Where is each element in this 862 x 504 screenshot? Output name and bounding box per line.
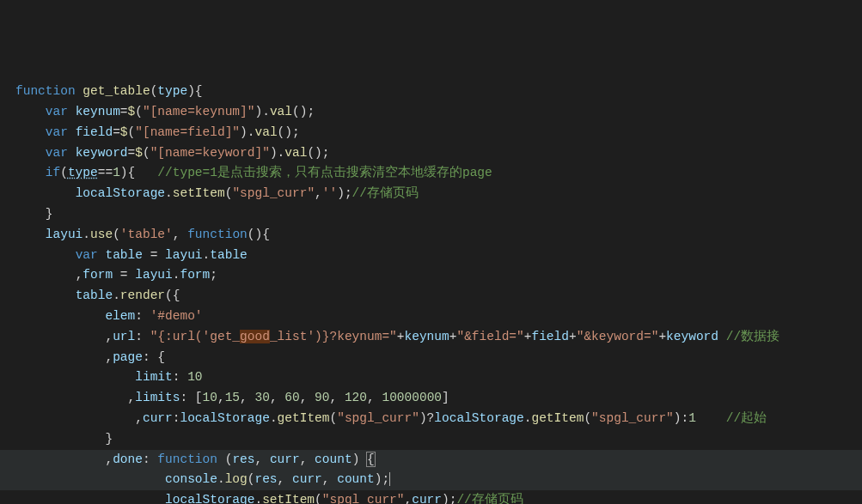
code-token: = [143,248,165,262]
code-token: "[name=keynum]" [143,105,255,118]
code-token: . [254,493,262,504]
code-token: res [232,452,254,466]
code-token: = [120,105,128,118]
code-token: localStorage [165,493,254,504]
code-token: getItem [278,411,330,425]
code-token: , [330,391,345,404]
code-token: var [76,248,98,262]
code-token: (){ [248,228,270,241]
code-token: render [120,288,165,302]
code-token: var [46,105,68,118]
code-token [68,125,76,139]
code-token: ({ [165,288,180,302]
code-token: table [210,248,248,262]
code-token: val [254,125,277,139]
code-token: getItem [531,411,584,425]
code-token: ). [240,125,254,139]
code-token: keynum [76,105,120,118]
code-line[interactable]: ,limits: [10,15, 30, 60, 90, 120, 100000… [15,388,862,409]
code-token: (); [278,125,300,139]
code-token: + [569,330,577,343]
code-line[interactable]: var field=$("[name=field]").val(); [15,123,862,143]
code-token: layui [46,228,83,241]
code-token: . [165,186,173,200]
code-line[interactable]: } [15,429,862,450]
code-line[interactable]: var table = layui.table [15,246,862,266]
code-token: 10 [187,370,202,384]
code-line[interactable]: ,curr:localStorage.getItem("spgl_curr")?… [15,409,862,429]
code-token: res [254,472,277,486]
code-token: , [300,391,315,404]
code-token: curr [270,452,300,466]
code-token: . [83,228,90,241]
code-token: + [658,330,666,343]
code-line[interactable]: localStorage.setItem("spgl_curr",'');//存… [15,184,862,204]
code-token: ); [337,186,352,200]
code-token: 'table' [120,228,173,241]
code-line[interactable]: } [15,204,862,225]
code-token: : [135,330,150,343]
code-token: = [113,268,135,282]
code-token: //起始 [726,411,767,425]
code-token: == [98,166,113,179]
code-token: 1 [113,166,120,179]
code-token: ; [210,268,217,282]
code-token: } [46,207,53,221]
code-token: var [46,125,68,139]
code-line[interactable]: if(type==1){ //type=1是点击搜索，只有点击搜索清空本地缓存的… [15,163,862,184]
code-token: field [531,330,569,343]
code-token: ( [143,146,150,160]
code-token: 120 [345,391,367,404]
code-token: )? [419,411,434,425]
code-token [696,411,726,425]
code-token: '' [322,186,337,200]
code-token: //存储页码 [352,186,419,200]
code-line[interactable]: function get_table(type){ [15,82,862,102]
code-token: localStorage [76,186,165,200]
code-token: ) [352,452,367,466]
code-token: table [105,248,143,262]
code-token: setItem [173,186,225,200]
code-line[interactable]: localStorage.setItem("spgl_curr",curr);/… [15,490,862,504]
code-line[interactable]: ,url: "{:url('get_good_list')}?keynum="+… [15,327,862,348]
code-token: 10 [203,391,217,404]
code-line[interactable]: limit: 10 [15,367,862,388]
code-line[interactable]: var keyword=$("[name=keyword]").val(); [15,143,862,164]
code-token: ( [113,228,120,241]
code-token: layui [165,248,203,262]
code-token: 1 [688,411,696,425]
code-token: localStorage [434,411,523,425]
code-token: ( [60,166,68,179]
code-token: ( [315,493,322,504]
code-token: $ [120,125,128,139]
code-token: elem [105,309,135,323]
code-token: curr [143,411,173,425]
code-token: . [113,288,120,302]
code-token: ): [674,411,688,425]
code-line[interactable]: layui.use('table', function(){ [15,225,862,246]
code-line[interactable]: elem: '#demo' [15,307,862,327]
code-line[interactable]: ,done: function (res, curr, count) { [0,450,862,471]
code-token: 30 [254,391,269,404]
code-token: ); [442,493,456,504]
code-line[interactable]: table.render({ [15,286,862,307]
code-line[interactable]: ,form = layui.form; [15,265,862,286]
code-token [718,330,726,343]
code-token: count [337,472,375,486]
code-token: ). [270,146,284,160]
code-line[interactable]: console.log(res, curr, count); [0,470,862,490]
code-token: = [128,146,136,160]
code-token: keyword [76,146,128,160]
code-token: , [105,330,113,343]
code-token: "spgl_curr" [591,411,674,425]
code-token: if [46,166,60,179]
code-token: type [157,84,187,98]
code-token: ( [135,105,143,118]
code-token: = [113,125,120,139]
code-token: , [278,472,292,486]
code-token: layui [135,268,173,282]
code-line[interactable]: ,page: { [15,348,862,368]
code-editor[interactable]: function get_table(type){ var keynum=$("… [15,82,862,504]
code-token: "[name=keyword]" [150,146,270,160]
code-line[interactable]: var keynum=$("[name=keynum]").val(); [15,102,862,123]
